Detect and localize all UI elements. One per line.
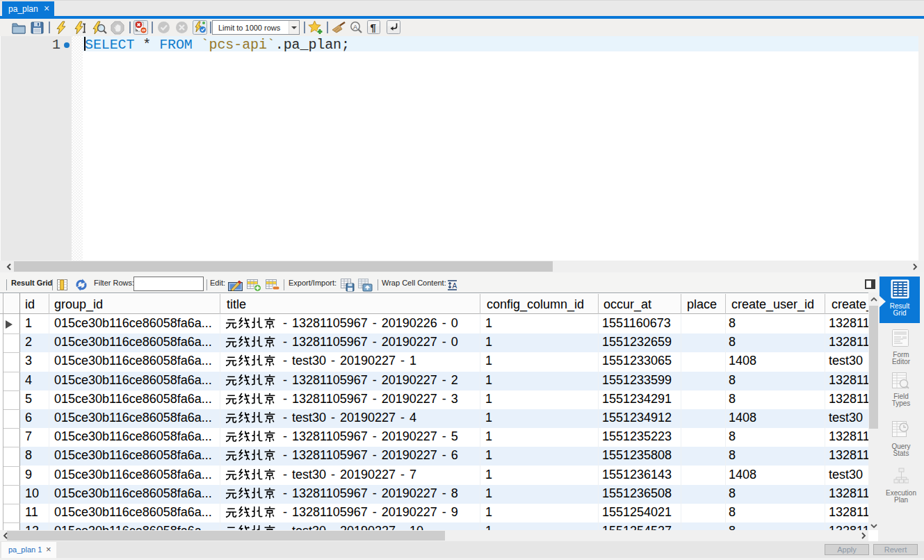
svg-text:A: A xyxy=(453,282,457,290)
svg-text:¶: ¶ xyxy=(371,22,376,33)
svg-text:A: A xyxy=(353,24,357,31)
